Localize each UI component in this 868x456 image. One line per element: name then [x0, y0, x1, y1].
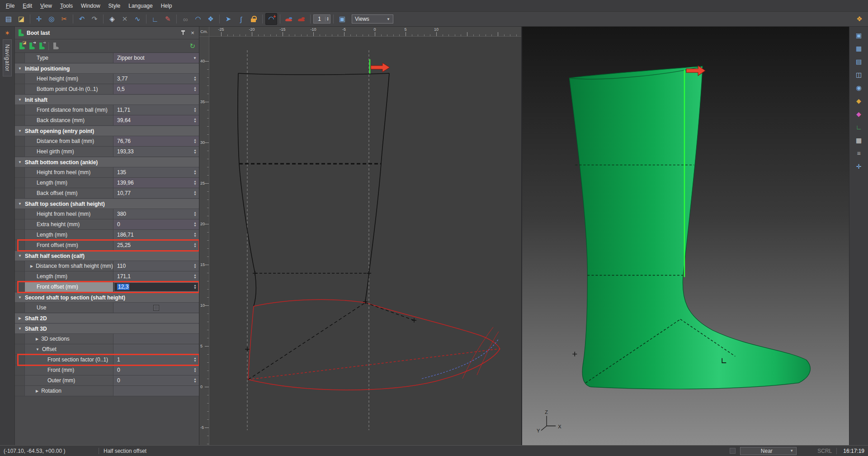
param-value[interactable]: 186,71▲▼ — [113, 230, 199, 240]
last-side-icon[interactable] — [283, 13, 295, 25]
import-icon[interactable]: ◪ — [15, 13, 27, 25]
value-spinner[interactable]: ▲▼ — [192, 262, 198, 270]
value-spinner[interactable]: ▲▼ — [192, 106, 198, 114]
layout-icon[interactable]: ▦ — [853, 43, 865, 53]
edit-point-icon[interactable]: ◠ — [192, 13, 204, 25]
value-spinner[interactable]: ▲▼ — [192, 272, 198, 280]
move-points-icon[interactable]: ❖ — [205, 13, 217, 25]
page-spinner[interactable]: 1▲▼ — [313, 14, 330, 24]
import-boot-icon[interactable]: ➜ — [28, 43, 35, 49]
corner-icon[interactable]: ∟ — [853, 122, 865, 132]
param-row-front-offset-mm-[interactable]: Front offset (mm)12,3▲▼ — [15, 282, 199, 292]
expand-arrow-icon[interactable]: ▶ — [36, 389, 38, 393]
param-value[interactable]: 39,64▲▼ — [113, 115, 199, 126]
param-row-height-from-heel-mm-[interactable]: Height from heel (mm)135▲▼ — [15, 167, 199, 178]
param-row-front-section-factor-0-1-[interactable]: Front section factor (0..1)1▲▼ — [15, 355, 199, 365]
param-value[interactable]: 76,76▲▼ — [113, 136, 199, 147]
param-row-length-mm-[interactable]: Length (mm)186,71▲▼ — [15, 230, 199, 240]
refresh-icon[interactable]: ↻ — [189, 42, 195, 50]
menu-window[interactable]: Window — [77, 1, 104, 11]
param-row-heel-height-mm-[interactable]: Heel height (mm)3,77▲▼ — [15, 74, 199, 84]
param-value[interactable] — [113, 386, 199, 396]
views-dropdown[interactable]: Views▼ — [352, 14, 393, 24]
pin-icon[interactable] — [179, 29, 186, 37]
value-spinner[interactable]: ▲▼ — [192, 356, 198, 364]
param-row-heel-girth-mm-[interactable]: Heel girth (mm)193,33▲▼ — [15, 147, 199, 157]
view-3d[interactable]: Z Y X — [522, 27, 849, 445]
page-spinner-arrows[interactable]: ▲▼ — [325, 17, 330, 21]
value-spinner[interactable]: ▲▼ — [192, 179, 198, 187]
param-value[interactable]: 0▲▼ — [113, 365, 199, 375]
param-value[interactable] — [113, 334, 199, 344]
param-value[interactable]: Zipper boot▼ — [113, 53, 199, 63]
hook-curve-icon[interactable]: ∫ — [235, 13, 247, 25]
param-value[interactable] — [113, 303, 199, 313]
param-row-back-offset-mm-[interactable]: Back offset (mm)10,77▲▼ — [15, 188, 199, 199]
param-row-outer-mm-[interactable]: Outer (mm)0▲▼ — [15, 375, 199, 386]
param-row-front-distance-from-ball-mm-[interactable]: Front distance from ball (mm)11,71▲▼ — [15, 105, 199, 115]
last-pink-icon[interactable]: ◆ — [853, 109, 865, 119]
pan-icon[interactable]: ✛ — [33, 13, 45, 25]
redo-icon[interactable]: ↷ — [89, 13, 100, 25]
value-spinner[interactable]: ▲▼ — [192, 116, 198, 124]
select-icon[interactable]: ➤ — [222, 13, 234, 25]
menu-style[interactable]: Style — [104, 1, 125, 11]
param-value[interactable]: 3,77▲▼ — [113, 74, 199, 84]
subgroup-3d-sections[interactable]: ▶3D sections — [15, 334, 199, 344]
param-row-distance-from-ball-mm-[interactable]: Distance from ball (mm)76,76▲▼ — [15, 136, 199, 147]
new-boot-icon[interactable]: ◪ — [19, 43, 25, 49]
undo-icon[interactable]: ↶ — [76, 13, 88, 25]
param-row-length-mm-[interactable]: Length (mm)139,96▲▼ — [15, 178, 199, 188]
move-icon[interactable]: ✛ — [853, 162, 865, 171]
collapse-arrow-icon[interactable]: ▼ — [15, 327, 25, 331]
value-spinner[interactable]: ▲▼ — [192, 283, 198, 291]
collapse-arrow-icon[interactable]: ▼ — [15, 295, 25, 299]
param-value[interactable]: 10,77▲▼ — [113, 188, 199, 199]
close-icon[interactable]: × — [189, 29, 196, 37]
menu-help[interactable]: Help — [157, 1, 176, 11]
near-checkbox[interactable] — [730, 448, 736, 454]
graph-icon[interactable]: ▤ — [853, 57, 865, 66]
group-shaft-opening-entry-point-[interactable]: ▼Shaft opening (entry point) — [15, 126, 199, 136]
collapse-arrow-icon[interactable]: ▼ — [15, 254, 25, 258]
measure-icon[interactable]: ≡ — [853, 148, 865, 158]
menu-view[interactable]: View — [36, 1, 56, 11]
param-row-type[interactable]: TypeZipper boot▼ — [15, 53, 199, 63]
menu-file[interactable]: File — [2, 1, 19, 11]
eraser-icon[interactable]: ◈ — [106, 13, 118, 25]
param-value[interactable]: 12,3▲▼ — [113, 282, 199, 292]
value-spinner[interactable]: ▲▼ — [192, 147, 198, 156]
param-value[interactable]: 0▲▼ — [113, 375, 199, 386]
menu-language[interactable]: Language — [124, 1, 156, 11]
param-value[interactable]: 171,1▲▼ — [113, 271, 199, 282]
param-row-front-mm-[interactable]: Front (mm)0▲▼ — [15, 365, 199, 375]
palette-icon[interactable]: ❖ — [854, 13, 865, 25]
param-value[interactable]: 380▲▼ — [113, 209, 199, 219]
collapse-arrow-icon[interactable]: ▶ — [15, 316, 25, 320]
group-init-shaft[interactable]: ▼Init shaft — [15, 95, 199, 105]
break-curve-icon[interactable]: ✕ — [119, 13, 131, 25]
cut-icon[interactable]: ✂ — [58, 13, 70, 25]
param-value[interactable]: 0,5▲▼ — [113, 84, 199, 95]
param-row-height-from-heel-mm-[interactable]: Height from heel (mm)380▲▼ — [15, 209, 199, 219]
menu-tools[interactable]: Tools — [56, 1, 77, 11]
param-row-back-distance-mm-[interactable]: Back distance (mm)39,64▲▼ — [15, 115, 199, 126]
param-value[interactable]: 139,96▲▼ — [113, 178, 199, 188]
param-value[interactable]: 193,33▲▼ — [113, 147, 199, 157]
collapse-arrow-icon[interactable]: ▼ — [15, 129, 25, 133]
group-second-shaft-top-section-shaft-height-[interactable]: ▼Second shaft top section (shaft height) — [15, 292, 199, 303]
screenshot-icon[interactable]: ▣ — [336, 13, 348, 25]
collapse-arrow-icon[interactable]: ▼ — [15, 98, 25, 102]
curve-ruler-icon[interactable]: ∟ — [149, 13, 161, 25]
group-shaft-3d[interactable]: ▼Shaft 3D — [15, 323, 199, 334]
expand-arrow-icon[interactable]: ▶ — [30, 264, 33, 268]
section-view-icon[interactable]: ◫ — [853, 70, 865, 80]
subgroup-rotation[interactable]: ▶Rotation — [15, 386, 199, 396]
value-spinner[interactable]: ▲▼ — [192, 75, 198, 83]
param-row-extra-height-mm-[interactable]: Extra height (mm)0▲▼ — [15, 219, 199, 230]
curve-point-icon[interactable]: ∿ — [132, 13, 143, 25]
table-icon[interactable]: ▦ — [853, 135, 865, 145]
value-spinner[interactable]: ▲▼ — [192, 85, 198, 93]
value-spinner[interactable]: ▲▼ — [192, 168, 198, 176]
value-spinner[interactable]: ▲▼ — [192, 189, 198, 197]
